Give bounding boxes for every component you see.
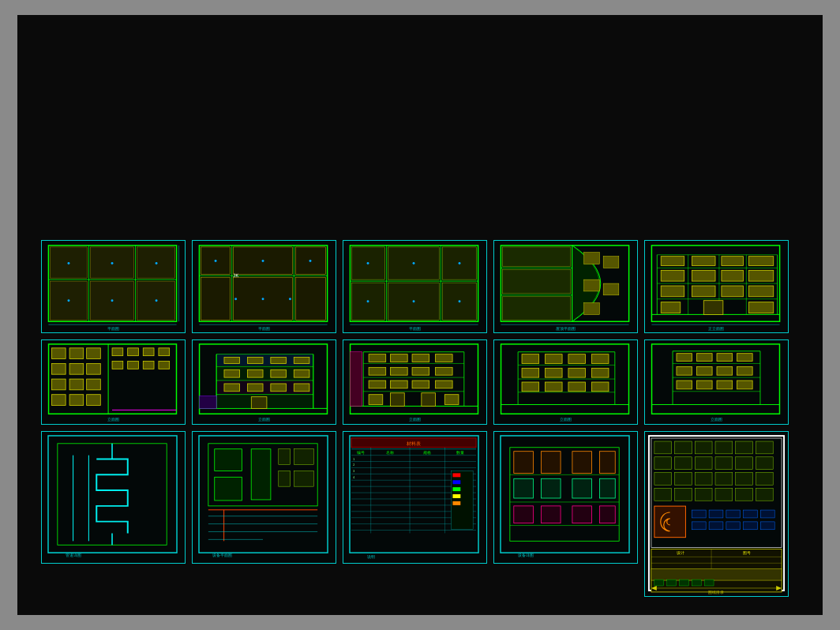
svg-rect-171 (412, 367, 429, 375)
drawing-r1c3[interactable]: 平面图 (343, 240, 487, 333)
svg-point-52 (413, 262, 415, 264)
svg-rect-300 (599, 478, 615, 498)
svg-rect-169 (369, 367, 386, 375)
svg-rect-143 (271, 358, 287, 364)
svg-rect-144 (294, 358, 309, 364)
svg-rect-338 (760, 510, 774, 518)
svg-rect-323 (695, 473, 712, 486)
svg-rect-112 (51, 379, 66, 390)
svg-text:立面图: 立面图 (107, 417, 119, 422)
drawing-r3c1[interactable]: 管道详图 (41, 431, 186, 564)
svg-rect-165 (369, 354, 386, 362)
svg-rect-193 (545, 354, 562, 364)
svg-rect-337 (744, 510, 758, 518)
svg-rect-293 (514, 452, 534, 474)
svg-point-17 (111, 299, 114, 302)
svg-text:平面图: 平面图 (258, 326, 270, 331)
svg-rect-335 (709, 510, 723, 518)
svg-text:材料表: 材料表 (406, 441, 421, 446)
svg-rect-342 (744, 522, 758, 530)
svg-rect-88 (722, 257, 744, 266)
svg-rect-87 (692, 257, 715, 266)
svg-text:编号: 编号 (357, 450, 365, 455)
drawing-r3c2[interactable]: 设备平面图 (192, 431, 336, 564)
svg-text:立面图: 立面图 (560, 417, 572, 422)
svg-text:图号: 图号 (743, 550, 751, 555)
svg-rect-322 (675, 473, 692, 486)
drawing-r1c1[interactable]: 平面图 (41, 240, 186, 333)
svg-text:正立面图: 正立面图 (708, 326, 724, 331)
svg-rect-222 (677, 381, 692, 389)
svg-text:设备详图: 设备详图 (518, 553, 534, 557)
svg-rect-116 (69, 395, 84, 406)
svg-rect-239 (251, 449, 271, 500)
drawing-r2c5[interactable]: 立面图 (644, 339, 789, 425)
svg-point-13 (68, 262, 70, 264)
svg-text:管道详图: 管道详图 (66, 553, 81, 557)
svg-rect-216 (717, 354, 733, 362)
svg-rect-192 (522, 354, 539, 364)
drawing-row-2: 立面图 (41, 339, 799, 425)
svg-rect-170 (391, 367, 408, 375)
svg-rect-225 (737, 381, 753, 389)
svg-rect-238 (215, 477, 242, 501)
drawing-r2c1[interactable]: 立面图 (41, 339, 186, 425)
svg-rect-28 (201, 277, 230, 320)
drawing-r3c4[interactable]: 设备详图 (493, 431, 638, 564)
svg-rect-311 (695, 441, 712, 454)
drawing-r2c4[interactable]: 立面图 (493, 339, 638, 425)
svg-rect-202 (568, 382, 586, 392)
drawing-r1c2[interactable]: JK 平面图 (192, 240, 336, 333)
svg-rect-299 (572, 478, 592, 498)
svg-rect-153 (200, 396, 217, 409)
drawing-r2c3[interactable]: 立面图 (343, 339, 487, 425)
drawing-r3c5[interactable]: 设计 图号 图纸目录 (644, 431, 789, 597)
svg-rect-95 (692, 286, 715, 297)
svg-rect-243 (294, 471, 314, 486)
svg-rect-195 (591, 354, 609, 364)
svg-rect-297 (514, 478, 534, 498)
svg-point-54 (367, 300, 369, 302)
svg-text:设备平面图: 设备平面图 (212, 553, 232, 557)
svg-rect-318 (715, 457, 733, 470)
svg-rect-177 (391, 393, 405, 407)
drawing-r1c5[interactable]: 正立面图 (644, 240, 789, 333)
svg-rect-201 (545, 382, 562, 392)
svg-point-34 (234, 298, 237, 300)
svg-rect-108 (87, 348, 101, 359)
drawing-r1c4[interactable]: 屋顶平面图 (493, 240, 638, 333)
svg-rect-94 (661, 286, 684, 297)
svg-rect-336 (726, 510, 741, 518)
svg-rect-92 (722, 270, 744, 281)
svg-rect-168 (436, 354, 453, 362)
svg-rect-70 (603, 283, 619, 295)
svg-point-33 (309, 260, 312, 262)
main-canvas: 平面图 (17, 15, 823, 615)
svg-rect-301 (514, 506, 534, 523)
svg-rect-66 (502, 297, 571, 320)
svg-rect-150 (247, 384, 263, 392)
svg-rect-93 (748, 270, 773, 281)
svg-point-51 (367, 262, 369, 264)
drawing-r3c3[interactable]: 材料表 (343, 431, 487, 564)
svg-rect-118 (112, 348, 123, 356)
svg-rect-217 (737, 354, 753, 362)
svg-rect-310 (675, 441, 692, 454)
svg-rect-283 (452, 487, 460, 491)
svg-rect-294 (541, 452, 561, 474)
svg-rect-314 (756, 441, 773, 454)
svg-rect-200 (522, 382, 539, 392)
svg-rect-69 (584, 279, 600, 291)
svg-rect-309 (654, 441, 672, 454)
drawing-r2c2[interactable]: 立面图 (192, 339, 336, 425)
svg-rect-242 (279, 471, 291, 486)
svg-rect-115 (51, 395, 66, 406)
svg-rect-152 (294, 384, 309, 392)
svg-rect-303 (572, 506, 592, 523)
svg-rect-224 (717, 381, 733, 389)
svg-rect-326 (756, 473, 773, 486)
svg-rect-64 (502, 247, 571, 267)
svg-point-15 (156, 262, 158, 264)
svg-rect-107 (69, 348, 84, 359)
svg-rect-166 (391, 354, 408, 362)
